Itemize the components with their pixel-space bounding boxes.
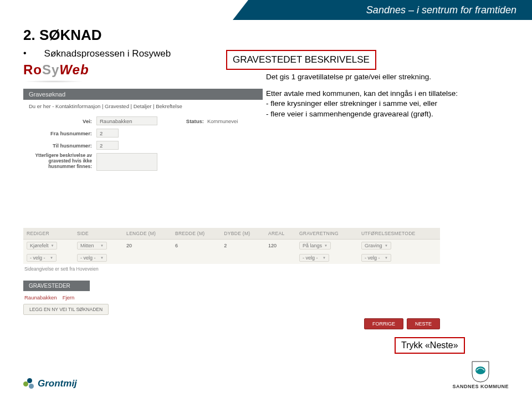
label-fra: Fra husnummer: bbox=[29, 130, 96, 136]
input-fra[interactable]: 2 bbox=[96, 129, 119, 138]
neste-callout: Trykk «Neste» bbox=[395, 337, 465, 354]
bullet-dot: • bbox=[23, 48, 27, 58]
input-ytterligere[interactable] bbox=[96, 153, 157, 171]
grontmij-text: Grontmij bbox=[38, 378, 77, 389]
app-header: Gravesøknad bbox=[23, 89, 263, 100]
dd-metode-2[interactable]: - velg - bbox=[361, 254, 391, 262]
sandnes-shield-icon bbox=[471, 360, 490, 383]
label-status: Status: bbox=[174, 118, 207, 124]
rosyweb-logo: RoSyWeb bbox=[23, 62, 89, 78]
side-label: Sideangivelse er sett fra Hoveveien bbox=[23, 264, 440, 276]
side-p1: Det gis 1 gravetillatelse pr gate/vei el… bbox=[266, 72, 499, 82]
neste-text: Trykk «Neste» bbox=[401, 340, 458, 350]
th-areal: AREAL bbox=[265, 228, 296, 240]
dd-side[interactable]: Mitten bbox=[77, 242, 107, 250]
section-title-text: GRAVESTEDET BESKRIVELSE bbox=[233, 54, 370, 65]
value-status: Kommunevei bbox=[207, 118, 238, 124]
th-rediger: REDIGER bbox=[23, 228, 74, 240]
top-ribbon: Sandnes – i sentrum for framtiden bbox=[233, 0, 532, 20]
cell-dybde: 2 bbox=[221, 240, 265, 252]
input-vei[interactable]: Raunabakken bbox=[96, 116, 157, 125]
dd-side-2[interactable]: - velg - bbox=[77, 254, 107, 262]
cell-bredde: 6 bbox=[172, 240, 221, 252]
grave-table: REDIGER SIDE LENGDE (M) BREDDE (M) DYBDE… bbox=[23, 228, 440, 264]
th-bredde: BREDDE (M) bbox=[172, 228, 221, 240]
dd-rediger[interactable]: Kjørefelt bbox=[27, 242, 57, 250]
input-til[interactable]: 2 bbox=[96, 141, 119, 150]
grontmij-icon bbox=[23, 378, 34, 389]
cell-areal: 120 bbox=[265, 240, 296, 252]
gravesteder-header: GRAVESTEDER bbox=[23, 281, 90, 291]
footer: Grontmij SANDNES KOMMUNE bbox=[23, 360, 509, 389]
app-nav: FORRIGE NESTE bbox=[23, 318, 440, 329]
label-ytterligere: Ytterligere beskrivelse av gravested hvi… bbox=[29, 153, 96, 169]
add-road-button[interactable]: LEGG EN NY VEI TIL SØKNADEN bbox=[23, 304, 109, 315]
row-vei: Vei: Raunabakken Status: Kommunevei bbox=[23, 115, 263, 127]
row-fra: Fra husnummer: 2 bbox=[23, 127, 263, 139]
slide-title: 2. SØKNAD bbox=[23, 27, 509, 44]
cell-lengde: 20 bbox=[123, 240, 172, 252]
th-lengde: LENGDE (M) bbox=[123, 228, 172, 240]
table-row: - velg - - velg - - velg - - velg - bbox=[23, 252, 440, 264]
rosyweb-shadow bbox=[23, 80, 84, 83]
bullet-text: Søknadsprosessen i Rosyweb bbox=[44, 48, 171, 59]
dd-retning[interactable]: På langs bbox=[299, 242, 331, 250]
label-vei: Vei: bbox=[29, 118, 96, 124]
next-button[interactable]: NESTE bbox=[407, 318, 440, 329]
label-til: Til husnummer: bbox=[29, 142, 96, 149]
row-ytterligere: Ytterligere beskrivelse av gravested hvi… bbox=[23, 151, 263, 172]
ribbon-text: Sandnes – i sentrum for framtiden bbox=[366, 4, 516, 16]
section-title-box: GRAVESTEDET BESKRIVELSE bbox=[226, 50, 376, 70]
app-screenshot: Gravesøknad Du er her - Kontaktinformasj… bbox=[23, 89, 440, 329]
sandnes-text: SANDNES KOMMUNE bbox=[452, 384, 509, 389]
table-row: Kjørefelt Mitten 20 6 2 120 På langs Gra… bbox=[23, 240, 440, 252]
gs-item[interactable]: Raunabakken bbox=[24, 294, 57, 301]
gs-remove[interactable]: Fjern bbox=[63, 294, 75, 301]
sandnes-logo: SANDNES KOMMUNE bbox=[452, 360, 509, 389]
row-til: Til husnummer: 2 bbox=[23, 139, 263, 151]
th-metode: UTFØRELSESMETODE bbox=[358, 228, 440, 240]
gravesteder-row: Raunabakken Fjern bbox=[23, 291, 440, 304]
th-retning: GRAVERETNING bbox=[296, 228, 358, 240]
dd-retning-2[interactable]: - velg - bbox=[299, 254, 329, 262]
table-header-row: REDIGER SIDE LENGDE (M) BREDDE (M) DYBDE… bbox=[23, 228, 440, 240]
dd-metode[interactable]: Graving bbox=[361, 242, 391, 250]
grontmij-logo: Grontmij bbox=[23, 378, 77, 389]
breadcrumb: Du er her - Kontaktinformasjon | Gravest… bbox=[23, 100, 263, 115]
th-dybde: DYBDE (M) bbox=[221, 228, 265, 240]
dd-rediger-2[interactable]: - velg - bbox=[27, 254, 57, 262]
th-side: SIDE bbox=[74, 228, 123, 240]
prev-button[interactable]: FORRIGE bbox=[364, 318, 403, 329]
